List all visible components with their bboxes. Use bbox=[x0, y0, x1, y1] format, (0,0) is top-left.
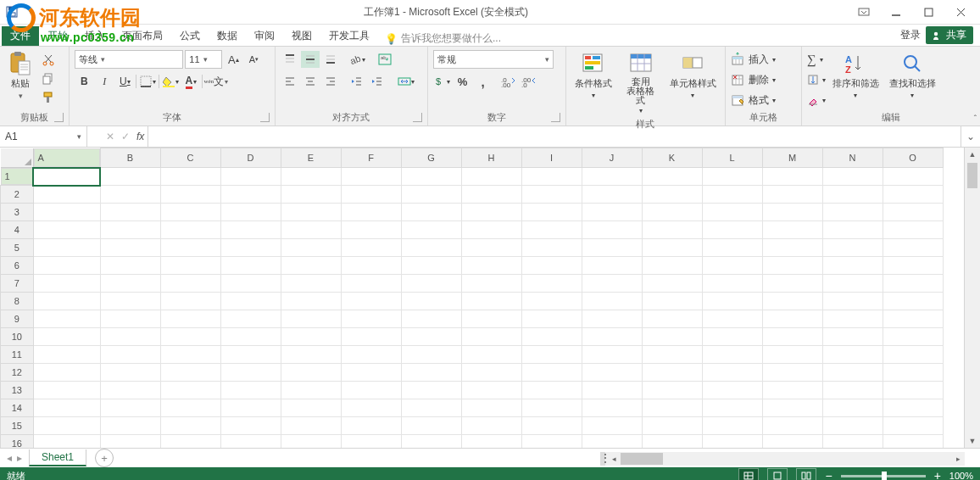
autosum-button[interactable]: ∑▾ bbox=[807, 50, 826, 69]
cell[interactable] bbox=[461, 257, 521, 275]
cell[interactable] bbox=[220, 435, 281, 449]
cell[interactable] bbox=[461, 239, 521, 257]
font-color-button[interactable]: A▾ bbox=[181, 73, 200, 90]
cell[interactable] bbox=[100, 204, 160, 221]
cell[interactable] bbox=[220, 275, 281, 293]
cell[interactable] bbox=[100, 275, 160, 293]
cell[interactable] bbox=[582, 221, 642, 239]
cell[interactable] bbox=[521, 346, 582, 364]
tab-开发工具[interactable]: 开发工具 bbox=[320, 26, 378, 46]
cell[interactable] bbox=[401, 417, 461, 435]
cell[interactable] bbox=[220, 168, 281, 186]
cell[interactable] bbox=[100, 186, 160, 204]
comma-style-icon[interactable]: , bbox=[474, 73, 493, 90]
scroll-split-icon[interactable]: ⋮ bbox=[600, 452, 605, 466]
cell[interactable] bbox=[822, 346, 883, 364]
cell[interactable] bbox=[822, 310, 883, 328]
find-select-button[interactable]: 查找和选择▾ bbox=[886, 50, 939, 101]
format-painter-icon[interactable] bbox=[39, 89, 58, 106]
cell[interactable] bbox=[582, 168, 642, 186]
cell[interactable] bbox=[461, 204, 521, 221]
cell[interactable] bbox=[702, 328, 762, 346]
cell[interactable] bbox=[160, 435, 220, 449]
increase-font-icon[interactable]: A▴ bbox=[224, 51, 242, 68]
cell[interactable] bbox=[33, 293, 100, 310]
cell[interactable] bbox=[100, 293, 160, 310]
row-header[interactable]: 12 bbox=[1, 364, 34, 382]
cell[interactable] bbox=[822, 221, 883, 239]
cell[interactable] bbox=[461, 382, 521, 399]
scroll-right-icon[interactable]: ▸ bbox=[951, 455, 965, 463]
cell[interactable] bbox=[582, 364, 642, 382]
cell[interactable] bbox=[762, 417, 822, 435]
cell[interactable] bbox=[762, 399, 822, 417]
cell[interactable] bbox=[582, 257, 642, 275]
cell[interactable] bbox=[461, 168, 521, 186]
cell[interactable] bbox=[401, 346, 461, 364]
cell[interactable] bbox=[702, 204, 762, 221]
cell[interactable] bbox=[883, 257, 943, 275]
cell[interactable] bbox=[341, 221, 401, 239]
cell[interactable] bbox=[702, 417, 762, 435]
cell[interactable] bbox=[762, 221, 822, 239]
cell[interactable] bbox=[33, 364, 100, 382]
cell[interactable] bbox=[521, 186, 582, 204]
cell[interactable] bbox=[401, 382, 461, 399]
column-header[interactable]: I bbox=[521, 148, 582, 168]
merge-center-icon[interactable]: ▾ bbox=[394, 73, 418, 90]
cell[interactable] bbox=[100, 221, 160, 239]
cell[interactable] bbox=[822, 204, 883, 221]
row-header[interactable]: 14 bbox=[1, 399, 34, 417]
column-header[interactable]: G bbox=[401, 148, 461, 168]
cell[interactable] bbox=[160, 417, 220, 435]
column-header[interactable]: H bbox=[461, 148, 521, 168]
row-header[interactable]: 9 bbox=[1, 310, 34, 328]
cell[interactable] bbox=[341, 346, 401, 364]
cell[interactable] bbox=[281, 221, 341, 239]
cell[interactable] bbox=[281, 204, 341, 221]
percent-icon[interactable]: % bbox=[454, 73, 472, 90]
cell[interactable] bbox=[822, 293, 883, 310]
increase-indent-icon[interactable] bbox=[367, 73, 386, 90]
page-layout-view-icon[interactable] bbox=[767, 468, 788, 480]
cell[interactable] bbox=[642, 364, 702, 382]
tab-视图[interactable]: 视图 bbox=[283, 26, 320, 46]
cell[interactable] bbox=[160, 257, 220, 275]
cell[interactable] bbox=[281, 417, 341, 435]
cell[interactable] bbox=[100, 328, 160, 346]
cell[interactable] bbox=[762, 168, 822, 186]
scroll-thumb[interactable] bbox=[967, 163, 977, 188]
cell[interactable] bbox=[33, 435, 100, 449]
orientation-icon[interactable]: ab▾ bbox=[348, 51, 367, 68]
cell[interactable] bbox=[883, 364, 943, 382]
column-header[interactable]: N bbox=[822, 148, 883, 168]
cell[interactable] bbox=[762, 364, 822, 382]
page-break-view-icon[interactable] bbox=[796, 468, 816, 480]
cell[interactable] bbox=[220, 364, 281, 382]
scroll-thumb[interactable] bbox=[621, 453, 663, 465]
underline-button[interactable]: U ▾ bbox=[115, 73, 134, 90]
cell[interactable] bbox=[521, 328, 582, 346]
tab-数据[interactable]: 数据 bbox=[209, 26, 246, 46]
cell[interactable] bbox=[582, 310, 642, 328]
cell[interactable] bbox=[160, 239, 220, 257]
cell[interactable] bbox=[582, 186, 642, 204]
cell[interactable] bbox=[702, 257, 762, 275]
cell[interactable] bbox=[883, 346, 943, 364]
cell[interactable] bbox=[642, 310, 702, 328]
column-header[interactable]: A bbox=[34, 148, 100, 167]
cell[interactable] bbox=[822, 435, 883, 449]
cell[interactable] bbox=[401, 435, 461, 449]
tell-me-box[interactable]: 💡告诉我您想要做什么... bbox=[385, 31, 501, 46]
new-sheet-button[interactable]: + bbox=[95, 449, 114, 467]
cell[interactable] bbox=[160, 168, 220, 186]
cell[interactable] bbox=[521, 204, 582, 221]
align-top-icon[interactable] bbox=[281, 51, 299, 68]
cell[interactable] bbox=[401, 310, 461, 328]
cell[interactable] bbox=[33, 310, 100, 328]
column-header[interactable]: M bbox=[762, 148, 822, 168]
cell[interactable] bbox=[33, 239, 100, 257]
cell[interactable] bbox=[702, 239, 762, 257]
cell[interactable] bbox=[100, 346, 160, 364]
cell[interactable] bbox=[702, 221, 762, 239]
